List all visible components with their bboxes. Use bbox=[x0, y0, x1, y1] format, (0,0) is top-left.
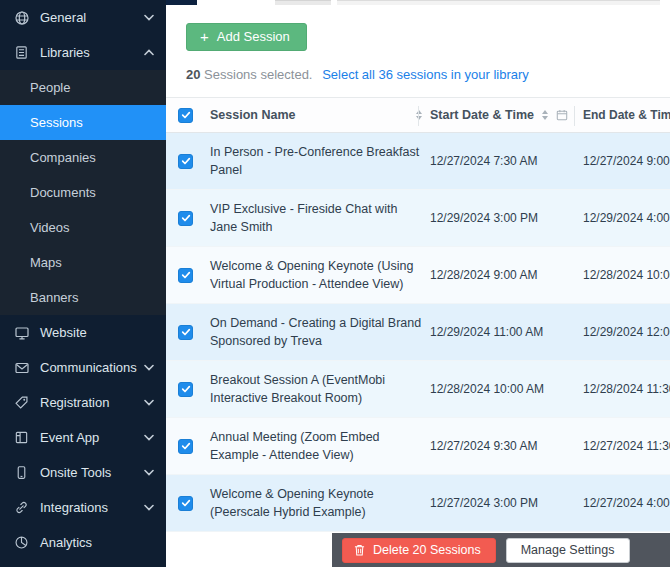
table-row[interactable]: Welcome & Opening Keynote (Using Virtual… bbox=[166, 247, 670, 304]
sort-start-date-icon[interactable] bbox=[542, 110, 548, 120]
table-row[interactable]: VIP Exclusive - Fireside Chat with Jane … bbox=[166, 190, 670, 247]
sidebar-item-libraries[interactable]: Libraries bbox=[0, 35, 166, 70]
pie-chart-icon bbox=[13, 534, 30, 551]
delete-sessions-label: Delete 20 Sessions bbox=[373, 543, 481, 557]
select-all-checkbox[interactable] bbox=[178, 108, 193, 123]
sidebar-item-communications[interactable]: Communications bbox=[0, 350, 166, 385]
chevron-down-icon bbox=[144, 434, 154, 441]
sidebar-item-people[interactable]: People bbox=[0, 70, 166, 105]
checkmark-icon bbox=[181, 441, 191, 451]
session-name-cell: In Person - Pre-Conference Breakfast Pan… bbox=[210, 143, 430, 179]
end-date-cell: 12/29/2024 12:00 PM bbox=[583, 325, 670, 339]
sort-session-name-icon[interactable] bbox=[416, 110, 422, 120]
sidebar-item-companies[interactable]: Companies bbox=[0, 140, 166, 175]
selected-text: Sessions selected. bbox=[204, 67, 312, 82]
session-name-cell: Welcome & Opening Keynote (Using Virtual… bbox=[210, 257, 430, 293]
checkmark-icon bbox=[181, 156, 191, 166]
sessions-table: Session Name Start Date & Time End Date … bbox=[166, 97, 670, 532]
sidebar-item-label: Registration bbox=[40, 395, 144, 410]
session-name-cell: Annual Meeting (Zoom Embed Example - Att… bbox=[210, 428, 430, 464]
sidebar-libraries-subpanel: PeopleSessionsCompaniesDocumentsVideosMa… bbox=[0, 70, 166, 315]
table-header: Session Name Start Date & Time End Date … bbox=[166, 97, 670, 133]
sidebar-item-analytics[interactable]: Analytics bbox=[0, 525, 166, 560]
table-row[interactable]: Annual Meeting (Zoom Embed Example - Att… bbox=[166, 418, 670, 475]
table-row[interactable]: Breakout Session A (EventMobi Interactiv… bbox=[166, 361, 670, 418]
table-row[interactable]: Welcome & Opening Keynote (Peerscale Hyb… bbox=[166, 475, 670, 532]
tab-strip-segment bbox=[337, 0, 660, 5]
sidebar-item-event-app[interactable]: Event App bbox=[0, 420, 166, 455]
sidebar-item-label: Companies bbox=[30, 150, 154, 165]
row-checkbox[interactable] bbox=[178, 496, 193, 511]
row-checkbox[interactable] bbox=[178, 325, 193, 340]
column-divider bbox=[418, 106, 419, 126]
add-session-button[interactable]: + Add Session bbox=[186, 23, 307, 51]
select-all-link[interactable]: Select all 36 sessions in your library bbox=[322, 67, 529, 82]
sidebar-item-onsite-tools[interactable]: Onsite Tools bbox=[0, 455, 166, 490]
add-session-label: Add Session bbox=[217, 29, 290, 44]
sidebar-item-label: General bbox=[40, 10, 144, 25]
end-date-cell: 12/27/2024 9:00 AM bbox=[583, 154, 670, 168]
sidebar-item-label: Videos bbox=[30, 220, 154, 235]
sidebar-item-integrations[interactable]: Integrations bbox=[0, 490, 166, 525]
sidebar-item-label: Banners bbox=[30, 290, 154, 305]
session-table-body: In Person - Pre-Conference Breakfast Pan… bbox=[166, 133, 670, 532]
chevron-down-icon bbox=[144, 469, 154, 476]
row-checkbox[interactable] bbox=[178, 154, 193, 169]
link-icon bbox=[13, 499, 30, 516]
sidebar-item-maps[interactable]: Maps bbox=[0, 245, 166, 280]
checkmark-icon bbox=[181, 327, 191, 337]
row-checkbox[interactable] bbox=[178, 211, 193, 226]
session-name-cell: Breakout Session A (EventMobi Interactiv… bbox=[210, 371, 430, 407]
sidebar-item-sessions[interactable]: Sessions bbox=[0, 105, 166, 140]
selected-count: 20 bbox=[186, 67, 200, 82]
end-date-cell: 12/28/2024 11:30 AM bbox=[583, 382, 670, 396]
chevron-down-icon bbox=[144, 399, 154, 406]
sidebar-item-label: Maps bbox=[30, 255, 154, 270]
table-row[interactable]: On Demand - Creating a Digital Brand Spo… bbox=[166, 304, 670, 361]
row-checkbox[interactable] bbox=[178, 268, 193, 283]
sidebar-item-website[interactable]: Website bbox=[0, 315, 166, 350]
manage-settings-button[interactable]: Manage Settings bbox=[506, 538, 630, 563]
start-date-cell: 12/28/2024 9:00 AM bbox=[430, 268, 583, 282]
delete-sessions-button[interactable]: Delete 20 Sessions bbox=[342, 538, 496, 563]
sidebar-item-label: Sessions bbox=[30, 115, 154, 130]
bulk-action-bar: Delete 20 Sessions Manage Settings bbox=[332, 533, 670, 567]
sidebar-item-label: Integrations bbox=[40, 500, 144, 515]
selection-summary: 20 Sessions selected. Select all 36 sess… bbox=[166, 51, 670, 82]
column-divider bbox=[574, 106, 575, 126]
end-date-cell: 12/27/2024 11:30 AM bbox=[583, 439, 670, 453]
checkmark-icon bbox=[181, 213, 191, 223]
tab-strip-segment bbox=[275, 0, 331, 5]
end-date-cell: 12/29/2024 4:00 PM bbox=[583, 211, 670, 225]
sidebar-item-label: Documents bbox=[30, 185, 154, 200]
sidebar-item-videos[interactable]: Videos bbox=[0, 210, 166, 245]
toolbar: + Add Session bbox=[166, 5, 670, 51]
tag-icon bbox=[13, 394, 30, 411]
column-header-end-date: End Date & Time bbox=[583, 108, 670, 122]
sidebar-item-label: Libraries bbox=[40, 45, 144, 60]
globe-icon bbox=[13, 9, 30, 26]
app-layout-icon bbox=[13, 429, 30, 446]
envelope-icon bbox=[13, 359, 30, 376]
tab-strip bbox=[166, 0, 670, 5]
sidebar-item-label: Website bbox=[40, 325, 154, 340]
row-checkbox[interactable] bbox=[178, 439, 193, 454]
table-row[interactable]: In Person - Pre-Conference Breakfast Pan… bbox=[166, 133, 670, 190]
calendar-filter-icon[interactable] bbox=[556, 109, 568, 121]
plus-icon: + bbox=[200, 29, 209, 44]
row-checkbox[interactable] bbox=[178, 382, 193, 397]
session-name-cell: VIP Exclusive - Fireside Chat with Jane … bbox=[210, 200, 430, 236]
sidebar-item-label: Analytics bbox=[40, 535, 154, 550]
column-header-start-date: Start Date & Time bbox=[430, 108, 534, 122]
sidebar-item-registration[interactable]: Registration bbox=[0, 385, 166, 420]
sidebar-item-documents[interactable]: Documents bbox=[0, 175, 166, 210]
sidebar-item-banners[interactable]: Banners bbox=[0, 280, 166, 315]
session-name-cell: Welcome & Opening Keynote (Peerscale Hyb… bbox=[210, 485, 430, 521]
start-date-cell: 12/29/2024 11:00 AM bbox=[430, 325, 583, 339]
sidebar-item-general[interactable]: General bbox=[0, 0, 166, 35]
session-name-cell: On Demand - Creating a Digital Brand Spo… bbox=[210, 314, 430, 350]
library-icon bbox=[13, 44, 30, 61]
start-date-cell: 12/29/2024 3:00 PM bbox=[430, 211, 583, 225]
end-date-cell: 12/28/2024 10:00 AM bbox=[583, 268, 670, 282]
sidebar-item-label: Onsite Tools bbox=[40, 465, 144, 480]
